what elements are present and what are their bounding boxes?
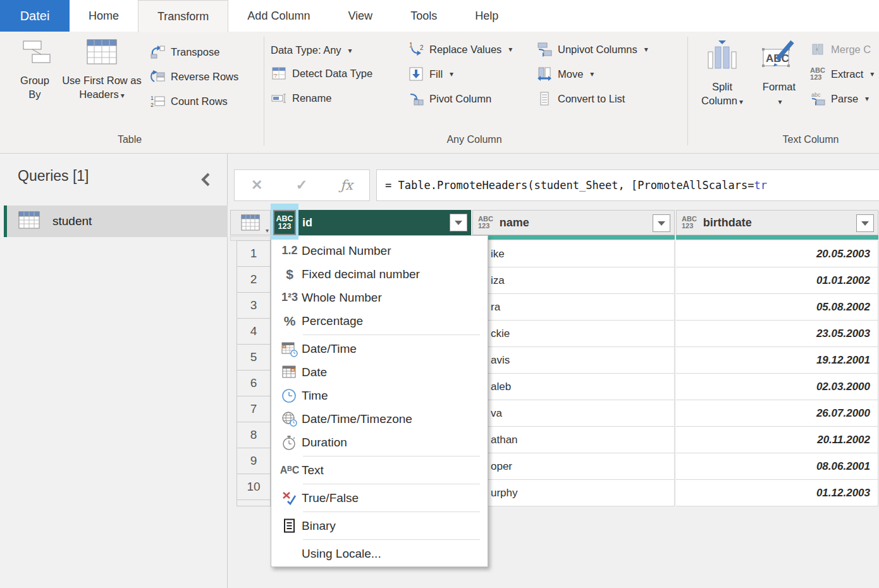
move-button[interactable]: Move▾ — [536, 66, 648, 82]
cell-name[interactable]: va — [472, 400, 675, 427]
row-number[interactable]: 3 — [237, 292, 271, 319]
rename-button[interactable]: Rename — [271, 90, 372, 106]
row-number[interactable]: 9 — [237, 448, 271, 474]
column-type-button-id[interactable]: ABC 123 — [273, 210, 296, 235]
fill-button[interactable]: Fill▾ — [408, 66, 512, 82]
row-number[interactable]: 10 — [237, 474, 271, 500]
tab-add-column[interactable]: Add Column — [228, 0, 329, 32]
cell-name[interactable]: oper — [472, 453, 675, 480]
replace-values-label: Replace Values — [429, 44, 501, 56]
cell-birthdate[interactable]: 26.07.2000 — [676, 400, 878, 427]
row-number[interactable]: 4 — [237, 318, 271, 345]
row-number[interactable]: 2 — [237, 266, 271, 293]
menu-item-using-locale[interactable]: Using Locale... — [271, 542, 488, 565]
menu-item-truefalse[interactable]: True/False — [271, 486, 488, 510]
menu-item-percentage[interactable]: % Percentage — [271, 309, 488, 333]
detect-data-type-button[interactable]: ? Detect Data Type — [271, 66, 372, 81]
menu-item-fixed-decimal[interactable]: $ Fixed decimal number — [271, 262, 488, 286]
formula-cancel-button[interactable]: ✕ — [251, 177, 262, 193]
cell-birthdate[interactable]: 20.11.2002 — [676, 427, 878, 453]
column-header-name[interactable]: ABC123 name — [472, 210, 675, 235]
dropdown-caret-icon: ▾ — [508, 45, 512, 54]
replace-values-button[interactable]: 12 Replace Values▾ — [408, 42, 512, 57]
cell-birthdate[interactable]: 08.06.2001 — [676, 453, 878, 480]
merge-columns-button[interactable]: Merge C — [809, 42, 874, 57]
svg-text:2: 2 — [420, 44, 424, 51]
cell-birthdate[interactable]: 02.03.2000 — [676, 374, 878, 400]
menu-item-text[interactable]: AᴮC Text — [271, 458, 488, 482]
cell-name[interactable]: aleb — [472, 374, 675, 400]
tab-transform[interactable]: Transform — [138, 0, 228, 32]
filter-button-id[interactable] — [450, 214, 467, 231]
table-icon — [241, 214, 260, 231]
cell-birthdate[interactable]: 05.08.2002 — [676, 294, 878, 321]
cell-birthdate[interactable]: 20.05.2003 — [676, 241, 878, 267]
queries-title: Queries [1] — [18, 168, 89, 185]
cell-birthdate[interactable]: 23.05.2003 — [676, 321, 878, 347]
format-button[interactable]: ABC Format▾ — [755, 38, 803, 108]
tab-home[interactable]: Home — [70, 0, 138, 32]
convert-to-list-button[interactable]: Convert to List — [536, 91, 648, 106]
column-header-id[interactable]: id — [271, 210, 471, 235]
time-icon — [271, 388, 302, 404]
row-number[interactable]: 6 — [237, 370, 271, 396]
column-name: id — [302, 216, 312, 230]
data-type-button[interactable]: Data Type: Any▾ — [271, 44, 372, 56]
column-birthdate-cells: 20.05.2003 01.01.2002 05.08.2002 23.05.2… — [676, 241, 878, 506]
column-header-birthdate[interactable]: ABC123 birthdate — [676, 210, 878, 235]
reverse-rows-icon — [149, 69, 166, 84]
file-button[interactable]: Datei — [0, 0, 70, 32]
extract-button[interactable]: ABC123 Extract▾ — [809, 66, 874, 82]
filter-button-birthdate[interactable] — [856, 214, 874, 232]
menu-item-duration[interactable]: Duration — [271, 431, 488, 454]
filter-button-name[interactable] — [653, 214, 670, 232]
whole-number-icon: 1²3 — [271, 291, 302, 304]
cell-birthdate[interactable]: 01.12.2003 — [676, 480, 878, 506]
cell-name[interactable]: iza — [472, 267, 675, 294]
select-all-button[interactable]: ▾ — [230, 210, 271, 235]
column-quality-bar — [472, 235, 675, 240]
svg-text:2: 2 — [151, 102, 154, 108]
parse-button[interactable]: abc Parse▾ — [809, 91, 874, 106]
count-rows-button[interactable]: 12 Count Rows — [149, 94, 238, 109]
group-by-button[interactable]: Group By — [14, 38, 56, 102]
cell-name[interactable]: urphy — [472, 480, 675, 506]
row-number[interactable]: 7 — [237, 396, 271, 422]
cell-birthdate[interactable]: 19.12.2001 — [676, 347, 878, 374]
tab-tools[interactable]: Tools — [391, 0, 456, 32]
use-first-row-label: Use First Row as Headers▾ — [61, 73, 143, 102]
group-by-icon — [18, 38, 51, 68]
menu-item-binary[interactable]: Binary — [271, 514, 488, 537]
transpose-button[interactable]: Transpose — [149, 44, 238, 59]
menu-item-time[interactable]: Time — [271, 384, 488, 407]
menu-item-whole-number[interactable]: 1²3 Whole Number — [271, 286, 488, 309]
menu-item-date[interactable]: Date — [271, 360, 488, 384]
svg-text:1: 1 — [409, 42, 413, 49]
format-icon: ABC — [759, 38, 799, 75]
row-number[interactable]: 1 — [237, 240, 271, 267]
row-number[interactable]: 5 — [237, 344, 271, 371]
formula-input[interactable]: = Table.PromoteHeaders(student_Sheet, [P… — [376, 169, 879, 201]
unpivot-columns-button[interactable]: Unpivot Columns▾ — [536, 42, 648, 57]
tab-help[interactable]: Help — [456, 0, 517, 32]
cell-name[interactable]: athan — [472, 427, 675, 453]
cell-name[interactable]: ike — [472, 241, 675, 267]
query-item-student[interactable]: student — [4, 205, 228, 237]
use-first-row-button[interactable]: Use First Row as Headers▾ — [61, 38, 143, 102]
row-number[interactable]: 8 — [237, 422, 271, 448]
cell-birthdate[interactable]: 01.01.2002 — [676, 267, 878, 294]
query-item-label: student — [52, 214, 92, 228]
formula-check-button[interactable]: ✓ — [296, 177, 307, 193]
pivot-column-button[interactable]: Pivot Column — [408, 91, 512, 106]
split-column-button[interactable]: SplitColumn▾ — [696, 38, 749, 108]
tab-view[interactable]: View — [329, 0, 391, 32]
cell-name[interactable]: avis — [472, 347, 675, 374]
formula-fx-button[interactable]: ƒx — [340, 178, 353, 193]
menu-item-datetime[interactable]: Date/Time — [271, 337, 488, 360]
menu-item-decimal-number[interactable]: 1.2 Decimal Number — [271, 239, 488, 262]
menu-item-datetimezone[interactable]: Date/Time/Timezone — [271, 407, 488, 431]
collapse-panel-button[interactable] — [200, 173, 211, 189]
cell-name[interactable]: ra — [472, 294, 675, 321]
reverse-rows-button[interactable]: Reverse Rows — [149, 69, 238, 84]
cell-name[interactable]: ckie — [472, 321, 675, 347]
